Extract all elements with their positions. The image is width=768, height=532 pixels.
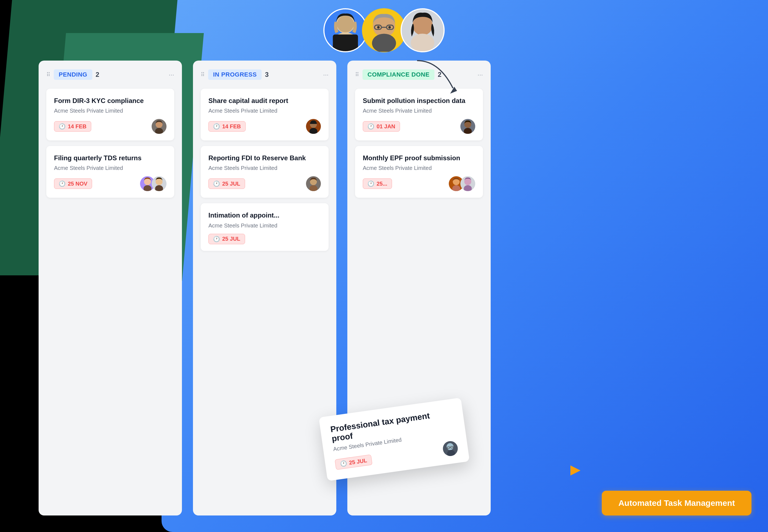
clock-icon-2: 🕐	[59, 180, 66, 187]
date-text-1: 14 FEB	[68, 123, 86, 130]
clock-icon-6: 🕐	[367, 123, 374, 130]
date-text-3: 14 FEB	[222, 123, 241, 130]
svg-point-3	[337, 16, 354, 32]
task-avatars-7	[449, 176, 475, 191]
column-menu-inprogress[interactable]: ···	[323, 71, 329, 78]
task-title-5: Intimation of appoint...	[209, 211, 321, 219]
task-avatar-4	[306, 176, 321, 191]
column-count-pending: 2	[96, 71, 99, 78]
svg-point-18	[155, 178, 162, 185]
svg-point-29	[464, 185, 472, 191]
arrow-decoration	[412, 55, 467, 105]
task-card-3[interactable]: Share capital audit report Acme Steels P…	[201, 89, 329, 140]
column-header-inprogress: ⠿ IN PROGRESS 3 ···	[201, 69, 329, 80]
svg-point-9	[377, 26, 380, 28]
column-header-pending: ⠿ PENDING 2 ···	[46, 69, 174, 80]
floating-clock-icon: 🕐	[340, 460, 347, 467]
task-company-2: Acme Steels Private Limited	[54, 165, 166, 171]
atm-button[interactable]: Automated Task Management	[602, 491, 751, 515]
avatar-2	[362, 8, 406, 52]
svg-point-17	[143, 185, 151, 191]
floating-card-avatar	[442, 440, 459, 457]
floating-date-text: 25 JUL	[349, 457, 367, 466]
svg-point-25	[464, 128, 472, 134]
task-footer-5: 🕐 25 JUL	[209, 234, 321, 244]
badge-pending: PENDING	[54, 69, 92, 80]
svg-point-15	[155, 128, 163, 134]
task-card-4[interactable]: Reporting FDI to Reserve Bank Acme Steel…	[201, 146, 329, 198]
task-card-2[interactable]: Filing quarterly TDS returns Acme Steels…	[46, 146, 174, 198]
date-text-4: 25 JUL	[222, 181, 241, 187]
svg-point-27	[452, 185, 460, 191]
svg-rect-2	[333, 34, 358, 51]
task-avatars-2	[140, 176, 166, 191]
avatar-1	[323, 8, 367, 52]
drag-handle-pending[interactable]: ⠿	[46, 71, 50, 78]
svg-point-19	[155, 185, 163, 191]
column-menu-done[interactable]: ···	[477, 71, 483, 78]
date-text-7: 25...	[377, 181, 387, 187]
badge-inprogress: IN PROGRESS	[208, 69, 262, 80]
task-company-7: Acme Steels Private Limited	[363, 165, 475, 171]
clock-icon-7: 🕐	[367, 180, 374, 187]
column-menu-pending[interactable]: ···	[169, 71, 174, 78]
task-card-1[interactable]: Form DIR-3 KYC compliance Acme Steels Pr…	[46, 89, 174, 140]
svg-point-21	[310, 128, 318, 134]
clock-icon-4: 🕐	[213, 180, 220, 187]
task-date-6: 🕐 01 JAN	[363, 121, 400, 132]
floating-card-date: 🕐 25 JUL	[335, 454, 372, 470]
task-date-2: 🕐 25 NOV	[54, 178, 92, 189]
task-title-4: Reporting FDI to Reserve Bank	[209, 154, 321, 162]
task-date-7: 🕐 25...	[363, 178, 392, 189]
task-avatar-1	[151, 119, 166, 134]
task-title-2: Filing quarterly TDS returns	[54, 154, 166, 162]
svg-point-8	[372, 34, 396, 52]
task-avatar-6	[460, 119, 475, 134]
task-footer-1: 🕐 14 FEB	[54, 119, 166, 134]
task-title-3: Share capital audit report	[209, 96, 321, 105]
task-footer-4: 🕐 25 JUL	[209, 176, 321, 191]
task-card-7[interactable]: Monthly EPF proof submission Acme Steels…	[355, 146, 483, 198]
drag-handle-inprogress[interactable]: ⠿	[201, 71, 205, 78]
svg-point-28	[464, 178, 471, 185]
task-date-1: 🕐 14 FEB	[54, 121, 91, 132]
clock-icon-1: 🕐	[59, 123, 66, 130]
date-text-2: 25 NOV	[68, 181, 87, 187]
avatar-3	[401, 8, 445, 52]
svg-point-10	[388, 26, 391, 28]
task-footer-3: 🕐 14 FEB	[209, 119, 321, 134]
task-avatar-2b	[151, 176, 166, 191]
task-title-1: Form DIR-3 KYC compliance	[54, 96, 166, 105]
drag-handle-done[interactable]: ⠿	[355, 71, 359, 78]
task-company-4: Acme Steels Private Limited	[209, 165, 321, 171]
clock-icon-3: 🕐	[213, 123, 220, 130]
task-date-3: 🕐 14 FEB	[209, 121, 246, 132]
avatar-group	[323, 8, 445, 52]
date-text-5: 25 JUL	[222, 236, 241, 242]
task-company-3: Acme Steels Private Limited	[209, 108, 321, 114]
column-pending: ⠿ PENDING 2 ··· Form DIR-3 KYC complianc…	[39, 61, 182, 515]
task-company-5: Acme Steels Private Limited	[209, 222, 321, 229]
svg-point-12	[411, 34, 434, 52]
svg-marker-13	[450, 87, 457, 94]
task-avatar-7b	[460, 176, 475, 191]
svg-point-23	[310, 185, 318, 191]
task-date-4: 🕐 25 JUL	[209, 178, 245, 189]
task-date-5: 🕐 25 JUL	[209, 234, 245, 244]
column-count-inprogress: 3	[265, 71, 269, 78]
task-footer-6: 🕐 01 JAN	[363, 119, 475, 134]
cursor-arrow: ▶	[570, 462, 581, 477]
task-footer-7: 🕐 25...	[363, 176, 475, 191]
task-company-1: Acme Steels Private Limited	[54, 108, 166, 114]
task-avatar-3	[306, 119, 321, 134]
task-title-7: Monthly EPF proof submission	[363, 154, 475, 162]
task-footer-2: 🕐 25 NOV	[54, 176, 166, 191]
clock-icon-5: 🕐	[213, 236, 220, 242]
date-text-6: 01 JAN	[377, 123, 395, 130]
column-inprogress: ⠿ IN PROGRESS 3 ··· Share capital audit …	[193, 61, 336, 515]
svg-point-34	[447, 449, 455, 457]
task-company-6: Acme Steels Private Limited	[363, 108, 475, 114]
task-card-5[interactable]: Intimation of appoint... Acme Steels Pri…	[201, 203, 329, 251]
